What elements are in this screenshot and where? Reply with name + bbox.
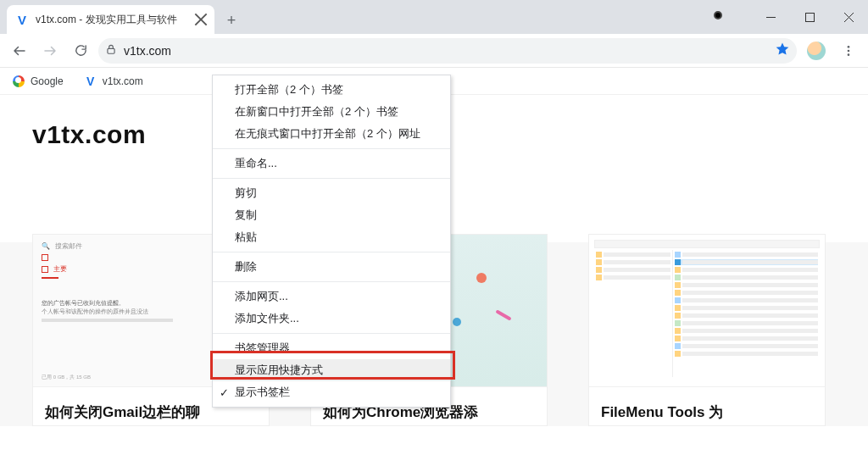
context-menu-item-label: 粘贴 xyxy=(235,230,257,245)
context-menu-item-label: 添加网页... xyxy=(235,289,288,304)
maximize-icon xyxy=(805,13,815,22)
address-bar-url: v1tx.com xyxy=(124,44,768,58)
context-menu: 打开全部（2 个）书签在新窗口中打开全部（2 个）书签在无痕式窗口中打开全部（2… xyxy=(212,75,451,408)
context-menu-item[interactable]: 剪切 xyxy=(213,182,450,204)
svg-point-2 xyxy=(848,46,850,48)
minimize-icon xyxy=(766,13,776,22)
context-menu-item[interactable]: 复制 xyxy=(213,204,450,226)
context-menu-item-label: 在新窗口中打开全部（2 个）书签 xyxy=(235,104,398,119)
reload-icon xyxy=(74,43,88,58)
context-menu-item[interactable]: 在新窗口中打开全部（2 个）书签 xyxy=(213,101,450,123)
context-menu-item-label: 显示应用快捷方式 xyxy=(235,363,323,378)
new-tab-button[interactable]: + xyxy=(220,8,243,32)
window-close-button[interactable] xyxy=(829,0,868,34)
account-indicator-icon[interactable] xyxy=(714,11,722,19)
reload-button[interactable] xyxy=(68,38,93,64)
context-menu-item[interactable]: ✓显示书签栏 xyxy=(213,381,450,403)
context-menu-item[interactable]: 在无痕式窗口中打开全部（2 个）网址 xyxy=(213,123,450,145)
window-minimize-button[interactable] xyxy=(751,0,790,34)
address-bar[interactable]: v1tx.com xyxy=(98,38,797,64)
context-menu-item[interactable]: 重命名... xyxy=(213,153,450,175)
tab-title: v1tx.com - 发现实用工具与软件 xyxy=(36,13,187,27)
arrow-right-icon xyxy=(42,43,58,58)
menu-button[interactable] xyxy=(836,38,861,64)
context-menu-separator xyxy=(213,281,450,282)
bookmark-label: Google xyxy=(31,75,64,87)
forward-button[interactable] xyxy=(37,38,63,64)
bookmark-label: v1tx.com xyxy=(103,75,143,87)
v1tx-icon: V xyxy=(84,75,97,88)
lock-icon xyxy=(105,43,117,58)
star-filled-icon xyxy=(775,42,790,57)
checkmark-icon: ✓ xyxy=(220,386,229,399)
kebab-icon xyxy=(842,44,855,58)
context-menu-item-label: 删除 xyxy=(235,259,257,275)
close-icon xyxy=(194,13,208,26)
search-icon: 🔍 xyxy=(42,242,50,250)
context-menu-item[interactable]: 显示应用快捷方式 xyxy=(213,359,450,381)
bookmark-item-v1tx[interactable]: V v1tx.com xyxy=(81,71,147,92)
browser-tab[interactable]: V v1tx.com - 发现实用工具与软件 xyxy=(7,5,214,34)
context-menu-item-label: 添加文件夹... xyxy=(235,311,299,326)
context-menu-item[interactable]: 删除 xyxy=(213,256,450,278)
window-maximize-button[interactable] xyxy=(790,0,829,34)
svg-point-3 xyxy=(848,49,850,52)
bookmark-star-button[interactable] xyxy=(775,42,790,59)
browser-toolbar: v1tx.com xyxy=(0,34,868,68)
context-menu-item[interactable]: 添加网页... xyxy=(213,286,450,308)
context-menu-separator xyxy=(213,333,450,334)
context-menu-item-label: 在无痕式窗口中打开全部（2 个）网址 xyxy=(235,126,420,141)
context-menu-item-label: 打开全部（2 个）书签 xyxy=(235,82,343,97)
svg-rect-1 xyxy=(108,48,114,53)
arrow-left-icon xyxy=(12,43,27,58)
close-icon xyxy=(844,13,854,22)
context-menu-item-label: 重命名... xyxy=(235,156,277,171)
google-icon xyxy=(12,75,25,88)
context-menu-item-label: 书签管理器 xyxy=(235,341,290,356)
window-controls xyxy=(714,0,868,34)
context-menu-item[interactable]: 打开全部（2 个）书签 xyxy=(213,79,450,101)
tab-close-button[interactable] xyxy=(194,13,208,26)
card-thumbnail xyxy=(589,235,825,387)
context-menu-separator xyxy=(213,178,450,179)
bookmark-item-google[interactable]: Google xyxy=(8,71,67,92)
context-menu-item-label: 剪切 xyxy=(235,186,257,201)
profile-avatar[interactable] xyxy=(807,42,826,60)
context-menu-separator xyxy=(213,148,450,149)
context-menu-item[interactable]: 添加文件夹... xyxy=(213,308,450,330)
context-menu-separator xyxy=(213,252,450,252)
svg-rect-0 xyxy=(805,13,814,21)
back-button[interactable] xyxy=(7,38,32,64)
window-titlebar: V v1tx.com - 发现实用工具与软件 + xyxy=(0,0,868,34)
card-title: FileMenu Tools 为 xyxy=(589,387,825,425)
context-menu-item-label: 显示书签栏 xyxy=(235,385,290,400)
article-card[interactable]: FileMenu Tools 为 xyxy=(588,234,826,426)
svg-point-4 xyxy=(848,53,850,56)
context-menu-item-label: 复制 xyxy=(235,208,257,223)
context-menu-item[interactable]: 书签管理器 xyxy=(213,337,450,359)
tab-favicon: V xyxy=(15,13,29,26)
context-menu-item[interactable]: 粘贴 xyxy=(213,226,450,248)
